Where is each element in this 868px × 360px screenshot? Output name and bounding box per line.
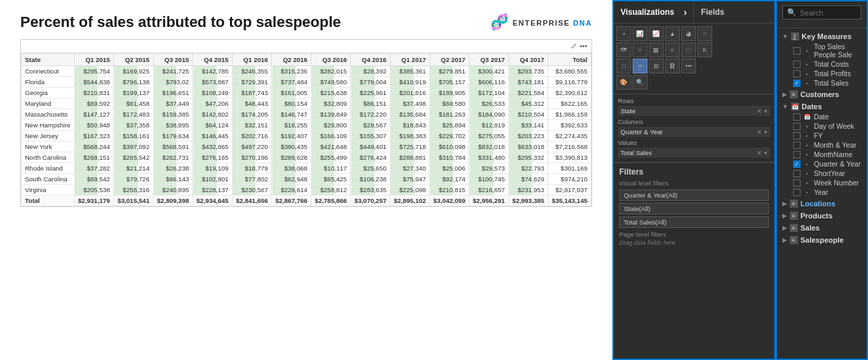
customers-header[interactable]: ▶ ≡ Customers: [782, 89, 861, 100]
table-cell: $315,236: [272, 66, 312, 77]
viz-btn-treemap[interactable]: ▦: [649, 42, 664, 57]
sales-header[interactable]: ▶ ≡ Sales: [782, 222, 861, 233]
field-quarter-year-check[interactable]: ✓: [793, 160, 801, 168]
field-quarter-year[interactable]: ✓ ▪ Quarter & Year: [782, 159, 861, 169]
table-cell: $9,116,779: [548, 77, 591, 88]
dates-icon: 📅: [791, 102, 799, 111]
table-cell: $77,802: [232, 174, 272, 185]
dates-chevron: ▼: [782, 103, 788, 110]
locations-header[interactable]: ▶ ≡ Locations: [782, 198, 861, 209]
viz-btn-pie[interactable]: ◕: [681, 26, 696, 41]
table-row: Connecticut$295,754$169,925$241,725$142,…: [22, 66, 591, 77]
table-cell: $228,614: [272, 185, 312, 196]
field-shortyear-check[interactable]: [793, 170, 801, 177]
field-top-sales-check[interactable]: [793, 47, 801, 55]
viz-btn-gauge[interactable]: ◌: [681, 42, 696, 57]
field-dayofweek[interactable]: ▪ Day of Week: [782, 121, 861, 131]
field-month-year-icon: ▪: [803, 141, 811, 149]
key-measures-header[interactable]: ▼ ∑ Key Measures: [782, 31, 861, 42]
field-monthname-check[interactable]: [793, 151, 801, 158]
viz-btn-r[interactable]: R: [665, 59, 680, 73]
search-box[interactable]: 🔍: [782, 5, 861, 20]
col-header: State: [22, 54, 75, 66]
viz-btn-matrix[interactable]: ⊞: [649, 59, 664, 73]
table-toolbar: ⤢ •••: [21, 40, 591, 53]
table-cell: $25,650: [351, 163, 390, 174]
viz-btn-map[interactable]: 🗺: [616, 42, 631, 57]
viz-btn-area[interactable]: ▲: [665, 26, 680, 41]
table-cell: $449,401: [351, 142, 390, 152]
dates-header[interactable]: ▼ 📅 Dates: [782, 101, 861, 112]
field-total-costs-check[interactable]: [793, 61, 801, 68]
field-total-profits-check[interactable]: [793, 70, 801, 78]
field-year-check[interactable]: [793, 189, 801, 196]
viz-btn-scatter[interactable]: ⁙: [697, 26, 712, 41]
field-month-year-check[interactable]: [793, 142, 801, 149]
rows-state-item[interactable]: State ✕ ▾: [618, 106, 770, 116]
panel-header: Visualizations › Fields: [614, 1, 774, 24]
field-date-check[interactable]: [793, 113, 801, 121]
table-cell: $289,628: [272, 152, 312, 163]
filter-ts[interactable]: Total Sales(All): [619, 216, 769, 228]
field-month-year[interactable]: ▪ Month & Year: [782, 140, 861, 150]
rows-state-remove[interactable]: ✕ ▾: [757, 108, 768, 115]
viz-btn-analytics[interactable]: 🔍: [633, 75, 647, 90]
field-shortyear-label: ShortYear: [814, 169, 845, 177]
field-total-sales-check[interactable]: ✓: [793, 80, 801, 87]
table-cell: $275,055: [469, 131, 509, 142]
table-cell: Massachusetts: [22, 109, 75, 120]
dates-label: Dates: [802, 102, 822, 111]
table-cell: $210,831: [74, 88, 114, 98]
table-cell: $201,816: [390, 88, 430, 98]
viz-btn-kpi[interactable]: K: [697, 42, 712, 57]
more-options-icon[interactable]: •••: [579, 42, 587, 51]
expand-icon[interactable]: ⤢: [571, 42, 577, 51]
values-ts-item[interactable]: Total Sales ✕ ▾: [618, 148, 770, 158]
field-weeknumber-check[interactable]: [793, 179, 801, 187]
viz-btn-format[interactable]: 🎨: [616, 75, 631, 90]
viz-btn-table[interactable]: ≡: [633, 59, 647, 73]
field-date-icon: 📅: [803, 113, 811, 121]
products-header[interactable]: ▶ ≡ Products: [782, 210, 861, 221]
table-cell: $279,851: [430, 66, 469, 77]
field-fy[interactable]: ▪ FY: [782, 131, 861, 140]
table-cell: $268,151: [74, 152, 114, 163]
filter-state[interactable]: State(All): [619, 203, 769, 214]
search-input[interactable]: [800, 9, 868, 17]
field-year[interactable]: ▪ Year: [782, 187, 861, 197]
salespeople-section: ▶ ≡ Salespeople: [782, 235, 861, 245]
viz-btn-funnel[interactable]: ⌽: [665, 42, 680, 57]
field-total-profits[interactable]: ▪ Total Profits: [782, 69, 861, 78]
salespeople-header[interactable]: ▶ ≡ Salespeople: [782, 235, 861, 245]
table-cell: $172,104: [469, 88, 509, 98]
field-shortyear[interactable]: ▪ ShortYear: [782, 169, 861, 178]
field-weeknumber[interactable]: ▪ Week Number: [782, 178, 861, 187]
viz-btn-stacked-bar[interactable]: ▪: [616, 26, 631, 41]
table-cell: $18,255: [272, 120, 312, 131]
viz-btn-bar[interactable]: 📊: [633, 26, 647, 41]
field-total-costs[interactable]: ▪ Total Costs: [782, 59, 861, 69]
viz-btn-card[interactable]: □: [616, 59, 631, 73]
field-dayofweek-check[interactable]: [793, 123, 801, 130]
viz-btn-line[interactable]: 📈: [649, 26, 664, 41]
salespeople-label: Salespeople: [801, 236, 844, 244]
field-fy-check[interactable]: [793, 132, 801, 140]
table-cell: $210,504: [509, 109, 548, 120]
field-date[interactable]: 📅 Date: [782, 112, 861, 121]
columns-qy-item[interactable]: Quarter & Year ✕ ▾: [618, 127, 770, 137]
table-cell: $606,116: [469, 77, 509, 88]
columns-qy-remove[interactable]: ✕ ▾: [757, 129, 768, 136]
viz-btn-more[interactable]: •••: [681, 59, 696, 73]
tab-fields[interactable]: Fields: [694, 1, 774, 23]
table-cell: $28,392: [351, 66, 390, 77]
field-total-sales[interactable]: ✓ ▪ Total Sales: [782, 78, 861, 88]
values-ts-remove[interactable]: ✕ ▾: [757, 150, 768, 156]
table-cell: $240,895: [153, 185, 193, 196]
tab-visualizations[interactable]: Visualizations ›: [614, 1, 693, 23]
field-top-sales[interactable]: ▪ Top Sales People Sale: [782, 42, 861, 59]
table-cell: $50,948: [74, 120, 114, 131]
filter-qy[interactable]: Quarter & Year(All): [619, 189, 769, 201]
field-month-year-label: Month & Year: [814, 141, 857, 149]
viz-btn-donut[interactable]: ○: [633, 42, 647, 57]
field-monthname[interactable]: ▪ MonthName: [782, 150, 861, 159]
